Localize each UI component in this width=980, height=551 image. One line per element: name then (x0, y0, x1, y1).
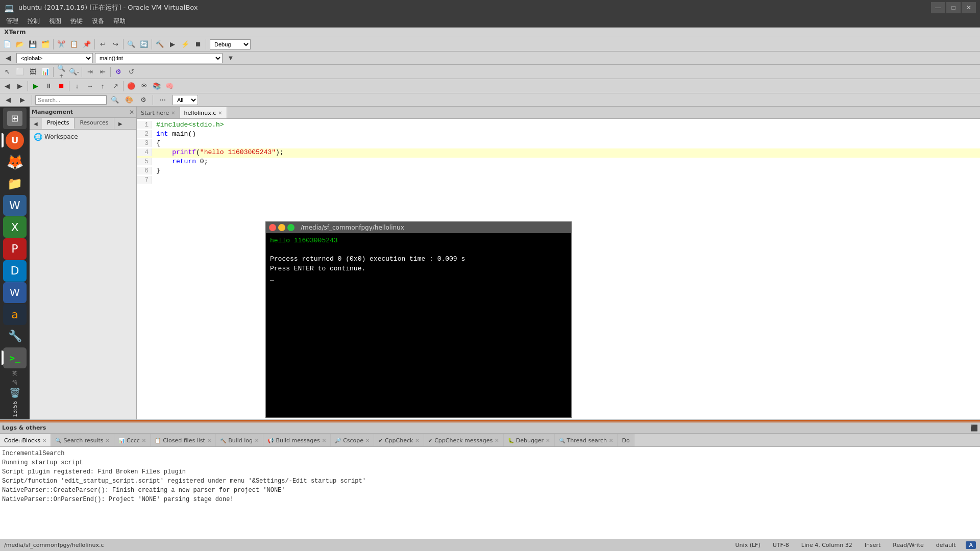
dock-amazon[interactable]: a (3, 304, 27, 325)
tree-workspace[interactable]: 🌐 Workspace (32, 132, 134, 142)
tb-copy[interactable]: 📋 (68, 39, 80, 50)
dbg-forward[interactable]: ▶ (14, 81, 26, 92)
function-select[interactable]: main():int (95, 53, 223, 63)
global-select[interactable]: <global> (16, 53, 93, 63)
dock-xterm[interactable]: >_ XTerm (3, 347, 27, 369)
bottom-tab-debugger-close[interactable]: ✕ (546, 438, 550, 443)
tb-save-all[interactable]: 🗂️ (39, 39, 52, 50)
bottom-tab-cppcheck-msg-close[interactable]: ✕ (495, 438, 499, 443)
line-content-5[interactable]: return 0; (152, 158, 980, 165)
bottom-tab-cscope-close[interactable]: ✕ (365, 438, 370, 443)
tb-cut[interactable]: ✂️ (55, 39, 67, 50)
dbg-stop[interactable]: ⏹ (55, 81, 67, 92)
bottom-tab-closed-files-close[interactable]: ✕ (207, 438, 211, 443)
tb-zoom-out[interactable]: 🔍- (68, 66, 80, 78)
dock-trash[interactable]: 🗑️ (9, 387, 20, 398)
menu-item-view[interactable]: 视图 (45, 16, 65, 27)
tb-replace[interactable]: 🔄 (138, 39, 150, 50)
dock-firefox[interactable]: 🦊 (3, 151, 27, 172)
dock-impress[interactable]: P (3, 238, 27, 260)
line-content-6[interactable]: } (152, 167, 980, 174)
dock-calc[interactable]: X (3, 216, 27, 238)
mgmt-nav-right[interactable]: ▶ (114, 118, 127, 129)
bottom-tab-do[interactable]: Do (618, 434, 634, 446)
tab-start-here-close[interactable]: ✕ (171, 110, 175, 116)
tb-new[interactable]: 📄 (1, 39, 13, 50)
bottom-tab-cppcheck[interactable]: ✔ CppCheck ✕ (374, 434, 424, 446)
tb-indent[interactable]: ⇥ (84, 66, 96, 78)
line-content-4[interactable]: printf("hello 11603005243"); (152, 148, 980, 156)
bottom-tab-search-close[interactable]: ✕ (106, 438, 110, 443)
bottom-tab-cccc[interactable]: 📊 Cccc ✕ (114, 434, 151, 446)
dbg-callstack[interactable]: 📚 (151, 81, 163, 92)
tb-table[interactable]: 📊 (39, 66, 52, 78)
bottom-tab-cppcheck-close[interactable]: ✕ (415, 438, 419, 443)
tab-hellolinux[interactable]: hellolinux.c ✕ (180, 107, 227, 118)
tb-build-run[interactable]: ⚡ (179, 39, 191, 50)
tab-hellolinux-close[interactable]: ✕ (218, 110, 222, 116)
bottom-tab-codeblocks[interactable]: Code::Blocks ✕ (0, 434, 51, 446)
mgmt-close[interactable]: ✕ (129, 109, 134, 116)
tb-unindent[interactable]: ⇤ (96, 66, 109, 78)
dock-settings[interactable]: 🔧 (3, 325, 27, 347)
bottom-tab-search[interactable]: 🔍 Search results ✕ (51, 434, 114, 446)
dbg-step-into[interactable]: ↓ (71, 81, 83, 92)
mgmt-tab-projects[interactable]: Projects (42, 118, 75, 129)
bottom-tab-buildmsg[interactable]: 📢 Build messages ✕ (263, 434, 331, 446)
close-button[interactable]: ✕ (962, 2, 976, 13)
search-more[interactable]: ⋯ (156, 94, 168, 106)
dbg-step-over[interactable]: → (84, 81, 96, 92)
dbg-pause[interactable]: ⏸ (42, 81, 55, 92)
tb-select[interactable]: ↖ (1, 66, 13, 78)
menu-item-manage[interactable]: 管理 (2, 16, 22, 27)
sym-back[interactable]: ◀ (2, 53, 14, 64)
tab-start-here[interactable]: Start here ✕ (137, 107, 180, 118)
dbg-start[interactable]: ▶ (30, 81, 42, 92)
tb-undo[interactable]: ↩ (96, 39, 109, 50)
search-btn-2[interactable]: ▶ (16, 94, 29, 106)
bottom-tab-cppcheck-msg[interactable]: ✔ CppCheck messages ✕ (424, 434, 504, 446)
dbg-watches[interactable]: 👁 (138, 81, 150, 92)
dbg-back[interactable]: ◀ (1, 81, 13, 92)
search-input[interactable] (35, 95, 107, 105)
xterm-max-btn[interactable] (287, 224, 295, 231)
dbg-memory[interactable]: 🧠 (163, 81, 176, 92)
mgmt-tab-resources[interactable]: Resources (75, 118, 114, 129)
xterm-close-btn[interactable] (269, 224, 276, 231)
bottom-tab-closed-files[interactable]: 📋 Closed files list ✕ (151, 434, 216, 446)
logs-expand[interactable]: ⬛ (970, 424, 978, 432)
line-content-1[interactable]: #include<stdio.h> (152, 121, 980, 129)
search-highlight[interactable]: 🎨 (123, 94, 135, 106)
tb-paste[interactable]: 📌 (81, 39, 93, 50)
dock-activities[interactable]: ⊞ (3, 108, 27, 129)
line-content-3[interactable]: { (152, 139, 980, 147)
bottom-tab-cccc-close[interactable]: ✕ (142, 438, 146, 443)
dock-writer[interactable]: W (3, 195, 27, 216)
bottom-tab-buildlog[interactable]: 🔨 Build log ✕ (216, 434, 263, 446)
sym-dropdown[interactable]: ▼ (225, 53, 237, 64)
bottom-tab-codeblocks-close[interactable]: ✕ (42, 438, 46, 443)
dbg-step-out[interactable]: ↑ (96, 81, 109, 92)
bottom-tab-thread-close[interactable]: ✕ (609, 438, 613, 443)
line-content-2[interactable]: int main() (152, 130, 980, 138)
bottom-tab-debugger[interactable]: 🐛 Debugger ✕ (504, 434, 555, 446)
mgmt-nav-left[interactable]: ◀ (30, 118, 42, 129)
maximize-button[interactable]: □ (946, 2, 961, 13)
tb-zoom-in[interactable]: 🔍+ (55, 66, 67, 78)
tb-stop[interactable]: ⏹ (192, 39, 204, 50)
xterm-body[interactable]: hello 11603005243 Process returned 0 (0x… (266, 233, 571, 417)
tb-open[interactable]: 📂 (14, 39, 26, 50)
tb-rebuild[interactable]: ↺ (125, 66, 137, 78)
dock-draw[interactable]: D (3, 260, 27, 282)
tb-rect-select[interactable]: ⬜ (14, 66, 26, 78)
search-btn-1[interactable]: ◀ (2, 94, 14, 106)
dock-files[interactable]: 📁 (3, 173, 27, 194)
tb-image[interactable]: 🖼 (27, 66, 39, 78)
bottom-tab-thread-search[interactable]: 🔍 Thread search ✕ (555, 434, 618, 446)
minimize-button[interactable]: — (931, 2, 945, 13)
tb-redo[interactable]: ↪ (109, 39, 121, 50)
tb-save[interactable]: 💾 (27, 39, 39, 50)
xterm-min-btn[interactable] (278, 224, 285, 231)
search-dropdown[interactable]: All (173, 95, 198, 105)
menu-item-devices[interactable]: 设备 (88, 16, 108, 27)
